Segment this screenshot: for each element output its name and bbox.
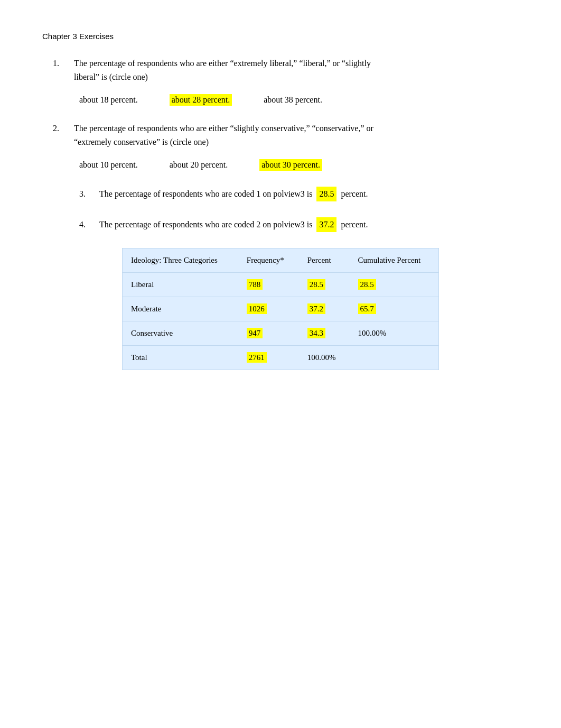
question-2: 2. The percentage of respondents who are…: [42, 122, 519, 171]
choice-2-c: about 30 percent.: [259, 159, 322, 171]
total-frequency: 2761: [238, 345, 299, 370]
table-row-total: Total 2761 100.00%: [123, 345, 438, 370]
liberal-label: Liberal: [123, 272, 238, 297]
question-3: 3. The percentage of respondents who are…: [42, 187, 519, 201]
question-3-text-before: The percentage of respondents who are co…: [99, 187, 312, 201]
conservative-percent: 34.3: [299, 321, 350, 345]
question-2-text: 2. The percentage of respondents who are…: [53, 122, 519, 149]
col-header-frequency: Frequency*: [238, 248, 299, 273]
liberal-percent: 28.5: [299, 272, 350, 297]
question-2-number: 2.: [53, 122, 69, 149]
question-1-number: 1.: [53, 57, 69, 84]
question-4: 4. The percentage of respondents who are…: [42, 217, 519, 232]
col-header-cumulative: Cumulative Percent: [350, 248, 438, 273]
choice-2-b: about 20 percent.: [170, 160, 228, 170]
conservative-cumulative: 100.00%: [350, 321, 438, 345]
moderate-cumulative: 65.7: [350, 297, 438, 321]
moderate-label: Moderate: [123, 297, 238, 321]
table-row-conservative: Conservative 947 34.3 100.00%: [123, 321, 438, 345]
data-table-container: Ideology: Three Categories Frequency* Pe…: [122, 248, 439, 370]
question-2-body: The percentage of respondents who are ei…: [74, 122, 519, 149]
question-3-line: 3. The percentage of respondents who are…: [79, 187, 519, 201]
question-1-text: 1. The percentage of respondents who are…: [53, 57, 519, 84]
liberal-cumulative: 28.5: [350, 272, 438, 297]
moderate-frequency: 1026: [238, 297, 299, 321]
question-2-choices: about 10 percent. about 20 percent. abou…: [79, 159, 519, 171]
choice-1-a: about 18 percent.: [79, 95, 138, 105]
question-1-line2: liberal” is (circle one): [74, 72, 148, 81]
moderate-percent: 37.2: [299, 297, 350, 321]
table-row-moderate: Moderate 1026 37.2 65.7: [123, 297, 438, 321]
total-cumulative: [350, 345, 438, 370]
choice-2-a: about 10 percent.: [79, 160, 138, 170]
question-1-choices: about 18 percent. about 28 percent. abou…: [79, 94, 519, 106]
question-2-line2: “extremely conservative” is (circle one): [74, 137, 209, 146]
ideology-table: Ideology: Three Categories Frequency* Pe…: [123, 248, 438, 370]
question-1-body: The percentage of respondents who are ei…: [74, 57, 519, 84]
liberal-frequency: 788: [238, 272, 299, 297]
question-1: 1. The percentage of respondents who are…: [42, 57, 519, 106]
total-percent: 100.00%: [299, 345, 350, 370]
col-header-label: Ideology: Three Categories: [123, 248, 238, 273]
question-1-line1: The percentage of respondents who are ei…: [74, 59, 371, 68]
choice-1-c: about 38 percent.: [264, 95, 322, 105]
col-header-percent: Percent: [299, 248, 350, 273]
question-4-line: 4. The percentage of respondents who are…: [79, 217, 519, 232]
table-row-liberal: Liberal 788 28.5 28.5: [123, 272, 438, 297]
chapter-title: Chapter 3 Exercises: [42, 32, 519, 41]
question-4-text-after: percent.: [341, 218, 368, 232]
choice-1-b: about 28 percent.: [170, 94, 232, 106]
question-3-number: 3.: [79, 187, 95, 201]
conservative-frequency: 947: [238, 321, 299, 345]
question-3-text-after: percent.: [341, 187, 368, 201]
total-label: Total: [123, 345, 238, 370]
question-4-answer: 37.2: [316, 217, 336, 232]
question-4-text-before: The percentage of respondents who are co…: [99, 218, 312, 232]
conservative-label: Conservative: [123, 321, 238, 345]
question-4-number: 4.: [79, 218, 95, 232]
question-2-line1: The percentage of respondents who are ei…: [74, 124, 373, 133]
table-header-row: Ideology: Three Categories Frequency* Pe…: [123, 248, 438, 273]
question-3-answer: 28.5: [316, 187, 336, 201]
